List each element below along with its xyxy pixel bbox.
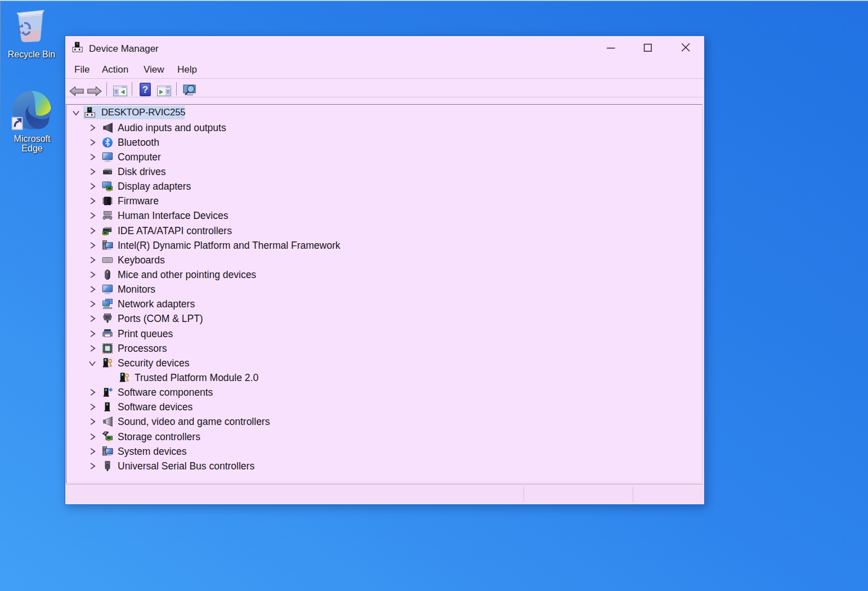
- svg-text:?: ?: [142, 84, 148, 95]
